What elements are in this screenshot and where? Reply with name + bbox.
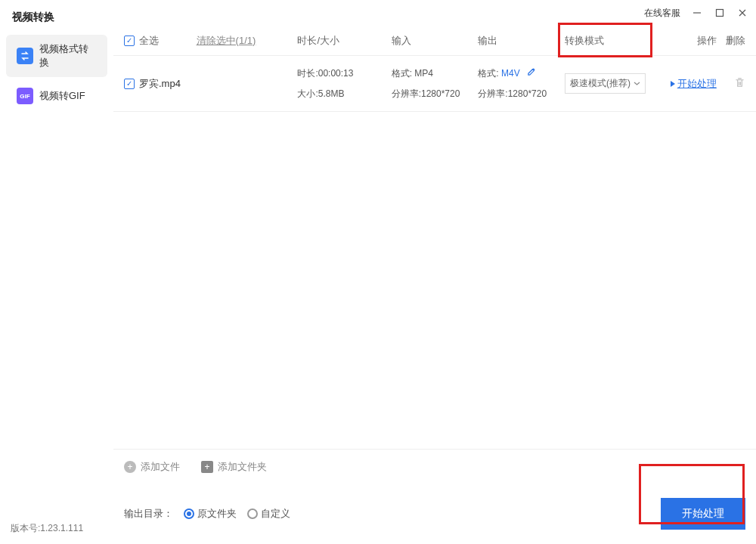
sidebar-item-video-to-gif[interactable]: GIF 视频转GIF [6, 80, 107, 112]
version-label: 版本号:1.23.1.111 [11, 522, 83, 535]
minimize-button[interactable] [691, 7, 703, 19]
radio-dot-icon [247, 508, 258, 519]
conversion-mode-select[interactable]: 极速模式(推荐) [565, 73, 646, 94]
file-checkbox[interactable] [124, 79, 135, 89]
col-delete: 删除 [717, 34, 745, 48]
chevron-down-icon [634, 80, 640, 87]
sidebar: 视频转换 视频格式转换 GIF 视频转GIF [0, 0, 113, 544]
edit-output-format-icon[interactable] [527, 68, 537, 79]
maximize-button[interactable] [714, 7, 726, 19]
start-processing-link[interactable]: 开始处理 [677, 78, 717, 89]
sidebar-item-video-convert[interactable]: 视频格式转换 [6, 35, 107, 77]
app-title: 视频转换 [0, 0, 113, 32]
svg-rect-1 [717, 10, 723, 17]
gif-icon: GIF [17, 88, 33, 104]
add-folder-button[interactable]: + 添加文件夹 [201, 460, 267, 474]
clear-selected-link[interactable]: 清除选中(1/1) [197, 35, 256, 46]
table-row: 罗宾.mp4 时长:00:00:13 大小:5.8MB 格式: MP4 分辨率:… [113, 56, 756, 112]
sidebar-item-label: 视频格式转换 [39, 42, 97, 70]
radio-dot-selected-icon [184, 508, 194, 519]
output-dir-group: 输出目录： 原文件夹 自定义 [124, 507, 290, 521]
col-ops: 操作 [658, 34, 716, 48]
file-duration: 时长:00:00:13 [297, 67, 391, 80]
plus-circle-icon: + [124, 461, 136, 473]
select-all-checkbox[interactable] [124, 36, 135, 46]
main-panel: 在线客服 全选 清除选中(1/1) 时长/大小 输入 输出 转换模式 操作 删除… [113, 0, 756, 544]
output-format: 格式: M4V [478, 66, 565, 80]
col-output: 输出 [478, 34, 565, 48]
online-support-link[interactable]: 在线客服 [644, 7, 680, 20]
file-name: 罗宾.mp4 [139, 77, 181, 91]
col-duration-size: 时长/大小 [297, 34, 391, 48]
add-toolbar: + 添加文件 + 添加文件夹 [113, 449, 756, 484]
sidebar-item-label: 视频转GIF [39, 89, 85, 103]
radio-original-folder[interactable]: 原文件夹 [184, 507, 237, 521]
play-icon [671, 81, 675, 87]
close-button[interactable] [736, 7, 748, 19]
select-all-label: 全选 [139, 34, 159, 48]
input-resolution: 分辨率:1280*720 [392, 88, 479, 100]
output-dir-label: 输出目录： [124, 507, 173, 521]
bottom-bar: 输出目录： 原文件夹 自定义 开始处理 [113, 484, 756, 544]
col-mode: 转换模式 [565, 34, 658, 48]
output-resolution: 分辨率:1280*720 [478, 88, 565, 100]
file-size: 大小:5.8MB [297, 88, 391, 100]
plus-square-icon: + [201, 461, 213, 473]
input-format: 格式: MP4 [392, 67, 479, 80]
swap-icon [17, 48, 33, 64]
delete-row-button[interactable] [734, 78, 745, 91]
start-processing-button[interactable]: 开始处理 [661, 498, 745, 530]
col-input: 输入 [392, 34, 479, 48]
add-file-button[interactable]: + 添加文件 [124, 460, 180, 474]
table-header: 全选 清除选中(1/1) 时长/大小 输入 输出 转换模式 操作 删除 [113, 26, 756, 56]
radio-custom-folder[interactable]: 自定义 [247, 507, 290, 521]
titlebar: 在线客服 [113, 0, 756, 26]
